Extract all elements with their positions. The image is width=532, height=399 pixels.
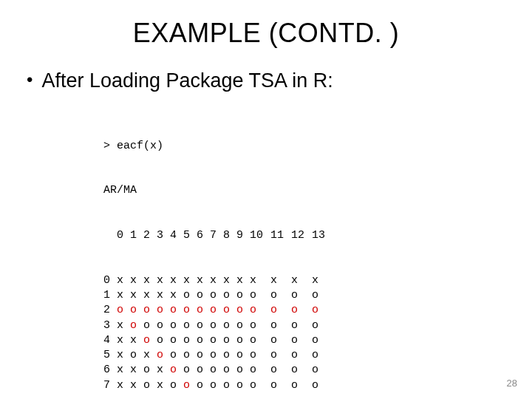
eacf-cell: x	[130, 378, 143, 393]
eacf-cell: x	[312, 273, 332, 288]
eacf-cell: o	[183, 348, 197, 363]
eacf-col-header: 7	[210, 228, 223, 243]
eacf-cell: x	[130, 273, 143, 288]
eacf-cell: o	[236, 318, 250, 333]
eacf-body: 0xxxxxxxxxxxxxx1xxxxxooooooooo2ooooooooo…	[103, 273, 532, 393]
eacf-cell: o	[223, 378, 236, 393]
eacf-cell: o	[157, 303, 170, 318]
eacf-cell: o	[291, 348, 312, 363]
eacf-cell: x	[157, 363, 170, 378]
eacf-row: 5xoxooooooooooo	[103, 348, 532, 363]
eacf-output: > eacf(x) AR/MA 012345678910111213 0xxxx…	[103, 109, 532, 399]
eacf-cell: o	[291, 363, 312, 378]
eacf-row-label: 5	[103, 348, 117, 363]
eacf-cell: x	[117, 318, 130, 333]
eacf-cell: o	[157, 348, 170, 363]
eacf-cell: o	[210, 363, 223, 378]
eacf-cell: o	[117, 303, 130, 318]
eacf-row: 2oooooooooooooo	[103, 303, 532, 318]
eacf-cell: o	[170, 333, 183, 348]
eacf-cell: o	[250, 348, 270, 363]
eacf-cell: o	[130, 303, 143, 318]
eacf-cell: o	[197, 348, 210, 363]
eacf-cell: o	[143, 363, 157, 378]
eacf-col-header: 9	[236, 228, 250, 243]
eacf-col-header: 11	[270, 228, 291, 243]
eacf-cell: o	[270, 348, 291, 363]
eacf-cell: o	[270, 288, 291, 303]
bullet-line: • After Loading Package TSA in R:	[27, 69, 532, 92]
eacf-cell: x	[143, 348, 157, 363]
eacf-col-header: 10	[250, 228, 270, 243]
eacf-cell: o	[291, 333, 312, 348]
eacf-cell: x	[117, 333, 130, 348]
eacf-col-header: 0	[117, 228, 130, 243]
eacf-row-label: 7	[103, 378, 117, 393]
eacf-row: 6xxoxoooooooooo	[103, 363, 532, 378]
eacf-cell: o	[270, 378, 291, 393]
eacf-cell: o	[291, 378, 312, 393]
eacf-col-header: 13	[312, 228, 332, 243]
eacf-cell: o	[170, 378, 183, 393]
eacf-cell: o	[312, 348, 332, 363]
eacf-cell: o	[250, 363, 270, 378]
eacf-cell: o	[210, 303, 223, 318]
eacf-header-lead	[103, 228, 117, 243]
eacf-cell: x	[291, 273, 312, 288]
eacf-row: 7xxoxoooooooooo	[103, 378, 532, 393]
eacf-cell: o	[236, 333, 250, 348]
eacf-cell: o	[157, 318, 170, 333]
eacf-cell: o	[157, 333, 170, 348]
eacf-row-label: 1	[103, 288, 117, 303]
eacf-row-label: 2	[103, 303, 117, 318]
eacf-cell: x	[236, 273, 250, 288]
eacf-cell: o	[197, 303, 210, 318]
eacf-cell: o	[210, 288, 223, 303]
page-number: 28	[507, 378, 517, 389]
eacf-cell: o	[250, 378, 270, 393]
eacf-col-header: 5	[183, 228, 197, 243]
eacf-row: 4xxoooooooooooo	[103, 333, 532, 348]
eacf-cell: o	[291, 288, 312, 303]
eacf-col-header: 8	[223, 228, 236, 243]
eacf-cell: x	[143, 288, 157, 303]
eacf-row-label: 6	[103, 363, 117, 378]
eacf-cell: o	[250, 288, 270, 303]
eacf-cell: o	[197, 378, 210, 393]
eacf-cell: x	[270, 273, 291, 288]
eacf-cell: o	[312, 378, 332, 393]
eacf-cell: o	[223, 318, 236, 333]
eacf-cell: o	[197, 363, 210, 378]
eacf-cell: o	[143, 303, 157, 318]
eacf-cell: o	[170, 303, 183, 318]
eacf-cell: o	[236, 303, 250, 318]
eacf-cell: o	[183, 363, 197, 378]
eacf-cmd: > eacf(x)	[103, 139, 532, 154]
eacf-cell: x	[183, 273, 197, 288]
eacf-cell: x	[157, 378, 170, 393]
eacf-cell: x	[143, 273, 157, 288]
eacf-cell: o	[291, 318, 312, 333]
eacf-cell: o	[312, 333, 332, 348]
eacf-cell: o	[250, 333, 270, 348]
eacf-cell: o	[197, 333, 210, 348]
eacf-col-header: 1	[130, 228, 143, 243]
eacf-cell: o	[183, 318, 197, 333]
eacf-cell: o	[143, 333, 157, 348]
eacf-cell: o	[291, 303, 312, 318]
eacf-col-header: 3	[157, 228, 170, 243]
eacf-cell: o	[170, 363, 183, 378]
eacf-cell: o	[170, 348, 183, 363]
eacf-col-header: 2	[143, 228, 157, 243]
eacf-cell: o	[223, 363, 236, 378]
eacf-col-header: 12	[291, 228, 312, 243]
eacf-cell: x	[223, 273, 236, 288]
eacf-cell: o	[250, 318, 270, 333]
eacf-cell: o	[223, 288, 236, 303]
eacf-cell: o	[197, 288, 210, 303]
eacf-subhead: AR/MA	[103, 183, 532, 198]
eacf-col-headers: 012345678910111213	[103, 228, 532, 243]
eacf-cell: x	[117, 378, 130, 393]
eacf-cell: o	[183, 288, 197, 303]
eacf-col-header: 4	[170, 228, 183, 243]
